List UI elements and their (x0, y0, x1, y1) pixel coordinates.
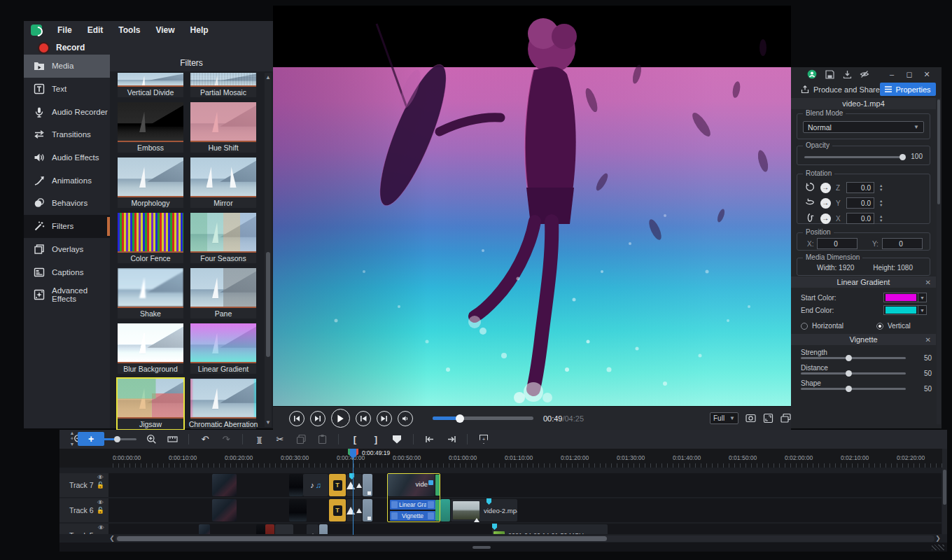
scroll-left-icon[interactable]: ❮ (108, 535, 115, 542)
lock-icon[interactable]: 🔓 (97, 482, 104, 489)
track-5-lane[interactable]: 2021-04-20 14-01-59.MOV (108, 524, 941, 534)
filter-color-fence[interactable]: Color Fence (118, 213, 183, 263)
position-y-input[interactable]: 0 (882, 238, 923, 249)
sidebar-item-audio-recorder[interactable]: Audio Recorder (24, 100, 110, 123)
menu-tools[interactable]: Tools (118, 25, 140, 35)
sidebar-item-audio-effects[interactable]: Audio Effects (24, 146, 110, 169)
eye-icon[interactable]: 👁 (98, 525, 104, 531)
filter-partial-mosaic[interactable]: Partial Mosaic (190, 73, 256, 97)
track-7-label[interactable]: Track 7 👁🔓 (59, 473, 108, 497)
vignette-distance-slider[interactable] (801, 372, 906, 374)
eye-icon[interactable]: 👁 (97, 500, 104, 506)
mark-out-icon[interactable]: ] (370, 434, 382, 444)
sidebar-item-media[interactable]: Media (24, 55, 110, 78)
clip-segment[interactable] (275, 524, 293, 534)
zoom-in-icon[interactable] (146, 434, 157, 444)
frame-back-button[interactable] (289, 411, 304, 426)
spinner-control[interactable]: ▲▼ (879, 184, 883, 192)
seek-bar[interactable] (433, 416, 533, 420)
jump-start-button[interactable] (356, 411, 371, 426)
volume-button[interactable] (398, 411, 413, 426)
hide-preview-icon[interactable] (860, 69, 869, 79)
fullscreen-icon[interactable] (763, 412, 774, 424)
text-clip[interactable]: T (329, 499, 346, 522)
download-icon[interactable] (842, 69, 852, 79)
marker-shield-icon[interactable]: + (478, 435, 489, 444)
snapshot-icon[interactable] (746, 412, 756, 424)
sidebar-item-captions[interactable]: Captions (24, 260, 110, 284)
filter-chromatic-aberration[interactable]: Chromatic Aberration (190, 379, 256, 429)
clip-thumbnail[interactable] (265, 524, 274, 534)
sidebar-item-transitions[interactable]: Transitions (24, 123, 110, 146)
scroll-right-icon[interactable]: ❯ (934, 535, 941, 542)
close-button[interactable]: ✕ (922, 69, 932, 79)
clip-thumbnail[interactable] (212, 474, 237, 496)
go-to-end-icon[interactable] (445, 434, 456, 444)
copy-icon[interactable] (295, 434, 307, 444)
blend-mode-select[interactable]: Normal▼ (803, 121, 924, 133)
frame-forward-button[interactable] (310, 411, 326, 426)
clip-trim-handle[interactable] (435, 500, 440, 521)
transition-clip[interactable] (307, 524, 318, 534)
hscrollbar-thumb[interactable] (117, 536, 607, 541)
filter-shake[interactable]: Shake (118, 268, 183, 318)
menu-view[interactable]: View (155, 25, 174, 35)
tab-properties[interactable]: Properties (880, 83, 936, 96)
track-6-label[interactable]: Track 6 👁🔓 (59, 498, 108, 522)
sidebar-item-animations[interactable]: Animations (24, 169, 110, 192)
video-preview[interactable] (273, 6, 791, 406)
text-clip[interactable]: T (329, 474, 346, 496)
save-icon[interactable] (825, 69, 834, 79)
timeline-ruler[interactable]: 0:00:00:000:00:10:000:00:20:000:00:30:00… (59, 449, 947, 468)
eye-icon[interactable]: 👁 (97, 475, 104, 481)
track-height-control[interactable]: ▲⌖▼ (68, 430, 76, 448)
timeline-hscrollbar[interactable]: ❮ ❯ (108, 534, 941, 542)
seek-knob[interactable] (456, 414, 464, 423)
filter-four-seasons[interactable]: Four Seasons (190, 213, 256, 263)
filter-linear-gradient[interactable]: Linear Gradient (190, 323, 256, 374)
sidebar-item-filters[interactable]: Filters (24, 215, 110, 238)
cut-icon[interactable]: ✂ (274, 434, 286, 444)
track-7-lane[interactable]: ♪♫ T vide (108, 473, 941, 497)
scroll-up-icon[interactable]: ▲ (265, 74, 272, 80)
filter-hue-shift[interactable]: Hue Shift (190, 102, 256, 153)
clip-thumbnail[interactable] (212, 499, 237, 522)
account-icon[interactable] (807, 69, 817, 79)
linear-gradient-fx-clip[interactable]: Linear Gradient (390, 500, 435, 510)
start-color-picker[interactable]: ▼ (883, 293, 927, 302)
clip-thumbnail[interactable] (199, 524, 210, 534)
vignette-strength-slider[interactable] (801, 357, 906, 359)
clip-thumbnail[interactable] (289, 474, 303, 496)
filters-scrollbar-thumb[interactable] (266, 252, 270, 357)
split-clip-icon[interactable]: ]|[ (253, 435, 265, 444)
rotation-y-input[interactable]: 0.0 (846, 197, 874, 209)
video2-clip[interactable]: video-2.mp4 (451, 499, 517, 522)
add-marker-icon[interactable] (391, 435, 402, 444)
scroll-down-icon[interactable]: ▼ (265, 419, 272, 426)
lock-icon[interactable]: 🔓 (97, 507, 104, 514)
minimize-button[interactable]: – (887, 69, 897, 79)
clip-thumbnail[interactable] (256, 524, 265, 534)
timeline-vscrollbar[interactable] (942, 449, 947, 534)
filter-mirror[interactable]: Mirror (190, 158, 256, 208)
track-6-lane[interactable]: T Linear Gradient Vignette video-2.mp4 (108, 498, 941, 522)
filter-vertical-divide[interactable]: Vertical Divide (118, 73, 183, 97)
effect-clip[interactable] (363, 474, 372, 496)
filters-scrollbar[interactable]: ▲ ▼ (265, 73, 272, 427)
play-button[interactable] (331, 409, 350, 428)
go-to-start-icon[interactable] (424, 434, 435, 444)
sidebar-item-advanced-effects[interactable]: Advanced Effects (24, 284, 110, 307)
resize-grip[interactable] (932, 545, 944, 550)
sidebar-item-overlays[interactable]: Overlays (24, 238, 110, 261)
tab-produce-and-share[interactable]: Produce and Share (801, 85, 880, 94)
jump-end-button[interactable] (377, 411, 392, 426)
undo-icon[interactable]: ↶ (200, 434, 211, 444)
clip-thumbnail[interactable] (289, 499, 307, 522)
fit-timeline-icon[interactable] (167, 434, 178, 444)
restore-button[interactable]: ◻ (904, 69, 914, 79)
transition-clip[interactable] (346, 499, 362, 522)
sidebar-item-behaviors[interactable]: Behaviors (24, 192, 110, 215)
menu-edit[interactable]: Edit (88, 25, 104, 35)
paste-icon[interactable] (316, 434, 328, 444)
vignette-fx-clip[interactable]: Vignette (390, 511, 435, 521)
